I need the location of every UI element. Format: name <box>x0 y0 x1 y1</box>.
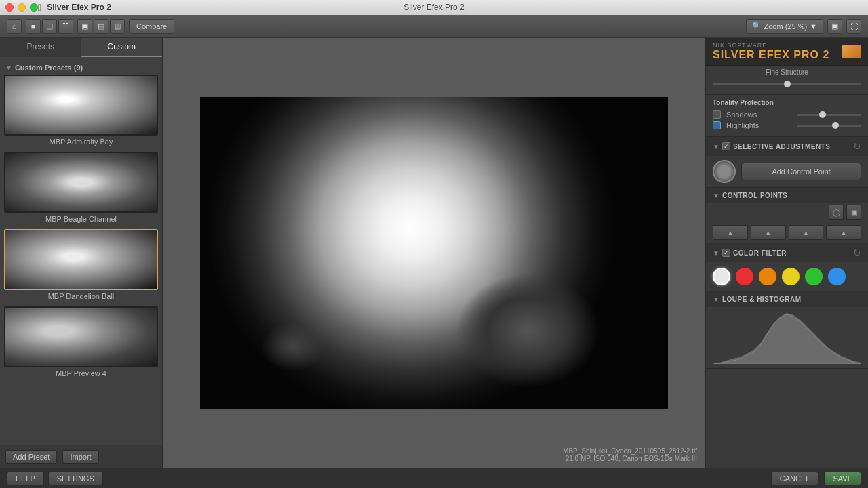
right-panel: Nik Software SILVER EFEX PRO 2 Fine Stru… <box>705 38 868 468</box>
color-swatch-blue[interactable] <box>828 268 846 285</box>
traffic-lights[interactable] <box>5 3 38 12</box>
color-swatch-orange[interactable] <box>759 268 776 285</box>
cp-action-2-btn[interactable]: ▲ <box>751 225 786 240</box>
loupe-histogram-title: LOUPE & HISTOGRAM <box>722 296 861 303</box>
shadows-row: Shadows <box>713 110 861 119</box>
control-pts-title: Control Points <box>722 192 861 199</box>
selective-adjustments-header[interactable]: ▼ ✓ SELECTIVE ADJUSTMENTS ↻ <box>706 137 868 156</box>
cp-action-4-btn[interactable]: ▲ <box>826 225 861 240</box>
close-button[interactable] <box>5 3 14 12</box>
highlights-label: Highlights <box>726 121 791 129</box>
presets-list[interactable]: ▼ Custom Presets (9) MBP Admiralty Bay M… <box>0 57 162 445</box>
bottom-bar: HELP SETTINGS CANCEL SAVE <box>0 468 868 488</box>
preset-thumbnail <box>4 306 158 367</box>
control-points-actions: ▲ ▲ ▲ ▲ <box>706 222 868 243</box>
layout-3-btn[interactable]: ▥ <box>110 19 125 34</box>
selective-adj-checkbox[interactable]: ✓ <box>722 142 730 150</box>
tab-presets[interactable]: Presets <box>0 38 81 57</box>
help-button[interactable]: HELP <box>7 472 44 485</box>
import-button[interactable]: Import <box>62 450 98 464</box>
app-name: Silver Efex Pro 2 <box>47 3 111 12</box>
cancel-button[interactable]: CANCEL <box>771 472 819 485</box>
loupe-histogram-header[interactable]: ▼ LOUPE & HISTOGRAM <box>706 291 868 307</box>
detail-view-btn[interactable]: ☷ <box>58 19 73 34</box>
save-button[interactable]: SAVE <box>824 472 861 485</box>
shadows-slider[interactable] <box>797 114 862 116</box>
maximize-button[interactable] <box>30 3 38 12</box>
color-swatch-white[interactable] <box>713 268 730 285</box>
custom-presets-header[interactable]: ▼ Custom Presets (9) <box>4 61 158 75</box>
compare-button[interactable]: Compare <box>129 19 174 34</box>
selective-adj-arrow-icon: ▼ <box>713 143 719 150</box>
fine-structure-slider-thumb[interactable] <box>784 81 791 87</box>
shadows-checkbox[interactable] <box>713 110 721 119</box>
image-filename: MBP_Shinjuku_Gyoen_20110505_2812-2.tif <box>563 447 697 455</box>
nik-header: Nik Software SILVER EFEX PRO 2 <box>706 38 868 66</box>
highlights-checkbox[interactable] <box>713 121 721 129</box>
fine-structure-body <box>706 77 868 94</box>
add-control-point-button[interactable]: Add Control Point <box>741 163 861 180</box>
control-points-header[interactable]: ▼ Control Points <box>706 188 868 203</box>
control-points-tools: ◯ ▣ <box>706 203 868 222</box>
cp-action-1-btn[interactable]: ▲ <box>713 225 748 240</box>
window-title: Silver Efex Pro 2 <box>403 3 464 12</box>
thumbnail-image <box>5 308 157 366</box>
tonality-protection-section: Tonality Protection Shadows Highlights <box>706 95 868 137</box>
color-filter-arrow-icon: ▼ <box>713 249 719 257</box>
list-item[interactable]: MBP Dandelion Ball <box>4 229 158 302</box>
list-item[interactable]: MBP Admiralty Bay <box>4 75 158 148</box>
thumbnail-image <box>5 76 157 134</box>
cp-tool-rotate-icon[interactable]: ◯ <box>829 205 844 220</box>
color-filter-title: COLOR FILTER <box>733 249 850 257</box>
color-filter-header[interactable]: ▼ ✓ COLOR FILTER ↻ <box>706 243 868 262</box>
preset-thumbnail <box>4 152 158 213</box>
minimize-button[interactable] <box>18 3 26 12</box>
grid-view-btn[interactable]: ■ <box>26 19 41 34</box>
svg-marker-0 <box>713 313 861 364</box>
color-swatch-red[interactable] <box>736 268 753 285</box>
preset-tabs: Presets Custom <box>0 38 162 57</box>
highlights-row: Highlights <box>713 121 861 129</box>
canvas-area[interactable]: MBP_Shinjuku_Gyoen_20110505_2812-2.tif 2… <box>163 38 705 468</box>
zoom-display[interactable]: 🔍 Zoom (25 %) ▼ <box>746 19 823 34</box>
color-swatch-yellow[interactable] <box>782 268 800 285</box>
nik-brand: Nik Software <box>713 42 861 49</box>
control-point-icon[interactable] <box>713 160 736 183</box>
list-view-btn[interactable]: ◫ <box>42 19 57 34</box>
cp-action-3-btn[interactable]: ▲ <box>789 225 824 240</box>
full-screen-btn[interactable]: ⛶ <box>846 19 861 34</box>
shadows-label: Shadows <box>726 110 791 119</box>
highlights-slider[interactable] <box>797 125 862 127</box>
color-filter-reset-icon[interactable]: ↻ <box>853 247 861 258</box>
bottom-right-buttons: CANCEL SAVE <box>771 472 861 485</box>
cp-tool-grid-icon[interactable]: ▣ <box>846 205 861 220</box>
highlights-slider-thumb[interactable] <box>832 122 839 129</box>
shadows-slider-thumb[interactable] <box>819 111 826 118</box>
left-panel: Presets Custom ▼ Custom Presets (9) MBP … <box>0 38 163 468</box>
main-layout: Presets Custom ▼ Custom Presets (9) MBP … <box>0 38 868 468</box>
selective-adjustments-section: ▼ ✓ SELECTIVE ADJUSTMENTS ↻ Add Control … <box>706 137 868 188</box>
toolbar: ⌂ ■ ◫ ☷ ▣ ▤ ▥ Compare 🔍 Zoom (25 %) ▼ ▣ … <box>0 15 868 38</box>
view-icons: ■ ◫ ☷ <box>26 19 73 34</box>
layout-1-btn[interactable]: ▣ <box>77 19 92 34</box>
apple-logo-icon:  <box>38 2 41 13</box>
list-item[interactable]: MBP Preview 4 <box>4 306 158 380</box>
zoom-chevron-icon: ▼ <box>810 22 817 30</box>
list-item[interactable]: MBP Beagle Channel <box>4 152 158 225</box>
thumbnail-image <box>5 153 157 211</box>
tab-custom[interactable]: Custom <box>81 38 163 57</box>
settings-button[interactable]: SETTINGS <box>48 472 103 485</box>
fit-view-btn[interactable]: ▣ <box>827 19 842 34</box>
thumbnail-image <box>5 230 157 289</box>
selective-adj-reset-icon[interactable]: ↻ <box>853 141 861 152</box>
loupe-arrow-icon: ▼ <box>713 296 719 303</box>
color-filter-checkbox[interactable]: ✓ <box>722 249 730 257</box>
preset-thumbnail <box>4 75 158 136</box>
fine-structure-slider-track[interactable] <box>713 83 861 85</box>
add-preset-button[interactable]: Add Preset <box>5 450 57 464</box>
loupe-histogram-section: ▼ LOUPE & HISTOGRAM <box>706 291 868 369</box>
search-icon: 🔍 <box>752 22 762 30</box>
layout-2-btn[interactable]: ▤ <box>94 19 108 34</box>
home-icon-btn[interactable]: ⌂ <box>7 19 22 34</box>
color-swatch-green[interactable] <box>805 268 823 285</box>
